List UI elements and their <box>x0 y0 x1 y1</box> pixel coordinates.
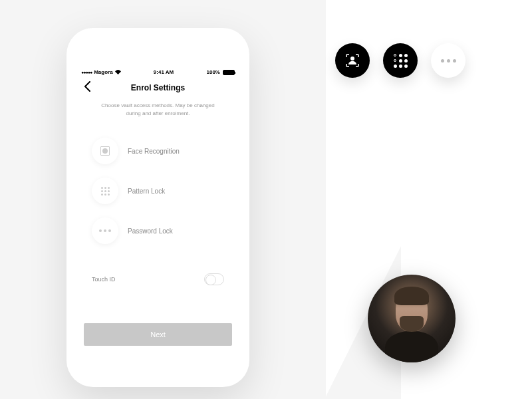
description-text: Choose vault access methods. May be chan… <box>76 102 240 124</box>
badge-pattern-lock[interactable] <box>383 43 418 78</box>
badge-face-recognition[interactable] <box>335 43 370 78</box>
navigation-bar: Enrol Settings <box>76 76 240 102</box>
badge-password-lock[interactable] <box>431 43 466 78</box>
password-lock-icon <box>441 59 456 63</box>
battery-icon <box>223 70 235 75</box>
touch-id-label: Touch ID <box>92 276 116 283</box>
signal-icon: ●●●●● <box>81 70 92 74</box>
svg-point-0 <box>350 57 354 61</box>
next-button[interactable]: Next <box>84 323 232 346</box>
time-label: 9:41 AM <box>154 69 174 75</box>
pattern-lock-icon <box>394 54 408 68</box>
next-button-label: Next <box>150 331 166 338</box>
avatar <box>368 275 456 362</box>
battery-label: 100% <box>207 69 220 75</box>
carrier-label: Magora <box>94 69 112 75</box>
back-button[interactable] <box>84 81 90 95</box>
badge-row <box>335 43 466 78</box>
pattern-lock-icon <box>92 178 118 204</box>
option-face-recognition[interactable]: Face Recognition <box>92 131 224 171</box>
option-label: Password Lock <box>128 227 173 235</box>
option-label: Face Recognition <box>128 148 180 155</box>
wifi-icon <box>115 70 121 74</box>
face-recognition-icon <box>344 53 360 68</box>
page-title: Enrol Settings <box>84 83 232 92</box>
touch-id-toggle[interactable] <box>204 273 224 285</box>
status-bar: ●●●●● Magora 9:41 AM 100% <box>76 66 240 76</box>
option-pattern-lock[interactable]: Pattern Lock <box>92 171 224 211</box>
options-list: Face Recognition Pattern Lock Password L… <box>76 124 240 257</box>
face-recognition-icon <box>92 138 118 164</box>
password-lock-icon <box>92 217 118 244</box>
touch-id-row: Touch ID <box>76 257 240 295</box>
phone-mockup: ●●●●● Magora 9:41 AM 100% Enrol Settings… <box>66 28 249 387</box>
option-label: Pattern Lock <box>128 188 165 195</box>
option-password-lock[interactable]: Password Lock <box>92 211 224 251</box>
phone-screen: ●●●●● Magora 9:41 AM 100% Enrol Settings… <box>76 66 240 354</box>
